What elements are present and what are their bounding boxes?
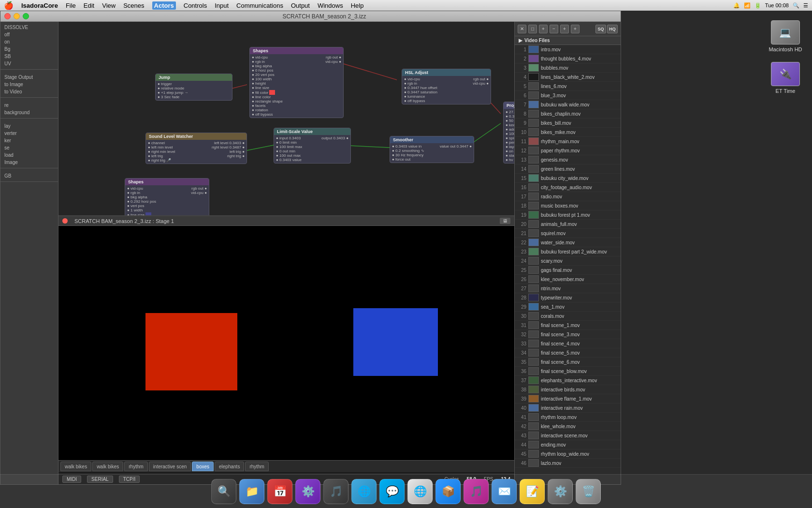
- tab-rhythm[interactable]: rhythm: [124, 462, 148, 471]
- panel-action2-btn[interactable]: +: [571, 25, 580, 33]
- file-item-7[interactable]: 7 bubuku walk wide.mov: [515, 100, 621, 109]
- menu-isadora[interactable]: IsadoraCore: [21, 2, 58, 9]
- file-item-40[interactable]: 40 interactive rain.mov: [515, 403, 621, 413]
- file-item-4[interactable]: 4 lines_black_white_2.mov: [515, 73, 621, 82]
- dock-dropbox[interactable]: 📦: [435, 479, 461, 504]
- dock-finder[interactable]: 🔍: [211, 479, 236, 504]
- file-item-3[interactable]: 3 bubbles.mov: [515, 63, 621, 73]
- macintosh-hd-drive[interactable]: 💻 Macintosh HD: [768, 20, 802, 52]
- menu-windows[interactable]: Windows: [318, 2, 343, 9]
- dock-folder[interactable]: 📁: [239, 479, 264, 504]
- file-item-32[interactable]: 32 final scene_3.mov: [515, 330, 621, 339]
- sidebar-image[interactable]: Image: [0, 159, 58, 166]
- file-item-29[interactable]: 29 sea_1.mov: [515, 302, 621, 312]
- panel-close-btn[interactable]: ✕: [518, 25, 526, 33]
- panel-add-btn[interactable]: +: [539, 25, 548, 33]
- file-item-31[interactable]: 31 final scene_1.mov: [515, 321, 621, 330]
- file-item-14[interactable]: 14 green lines.mov: [515, 164, 621, 174]
- panel-action1-btn[interactable]: +: [560, 25, 569, 33]
- file-item-43[interactable]: 43 interactive scene.mov: [515, 431, 621, 440]
- file-item-37[interactable]: 37 elephants_interactive.mov: [515, 376, 621, 385]
- dock-chrome[interactable]: 🌐: [407, 479, 433, 504]
- dock-notes[interactable]: 📝: [520, 479, 545, 504]
- sidebar-to-video[interactable]: to Video: [0, 88, 58, 95]
- node-hsl[interactable]: HSL Adjust ● vid-cpurgb out ● ● rgb invi…: [402, 69, 491, 105]
- menu-communications[interactable]: Communications: [236, 2, 283, 9]
- file-item-28[interactable]: 28 typewriter.mov: [515, 293, 621, 302]
- file-item-42[interactable]: 42 klee_whole.mov: [515, 422, 621, 431]
- sidebar-gb[interactable]: GB: [0, 172, 58, 179]
- file-item-24[interactable]: 24 scary.mov: [515, 256, 621, 266]
- minimize-button[interactable]: [14, 13, 20, 19]
- menu-controls[interactable]: Controls: [184, 2, 207, 9]
- file-item-44[interactable]: 44 ending.mov: [515, 440, 621, 449]
- sidebar-load[interactable]: load: [0, 151, 58, 159]
- dock-mail[interactable]: ✉️: [492, 479, 517, 504]
- file-item-26[interactable]: 26 klee_november.mov: [515, 275, 621, 284]
- menu-file[interactable]: File: [66, 2, 76, 9]
- file-item-8[interactable]: 8 bikes_chaplin.mov: [515, 109, 621, 119]
- node-smoother[interactable]: Smoother ● 0.3403 value invalue out 0.34…: [390, 136, 474, 163]
- sidebar-on[interactable]: on: [0, 38, 58, 45]
- sidebar-bg[interactable]: Bg: [0, 45, 58, 53]
- dock-skype[interactable]: 💬: [379, 479, 405, 504]
- file-item-17[interactable]: 17 radio.mov: [515, 192, 621, 201]
- hq-button[interactable]: HQ: [607, 25, 618, 33]
- file-item-27[interactable]: 27 ntrin.mov: [515, 284, 621, 293]
- menu-actors[interactable]: Actors: [152, 1, 176, 10]
- stage-close-btn[interactable]: [62, 218, 68, 224]
- sidebar-dissolve[interactable]: DISSOLVE: [0, 24, 58, 31]
- node-limit-scale[interactable]: Limit-Scale Value ● input 0.3403output 0…: [274, 128, 351, 164]
- file-item-34[interactable]: 34 final scene_5.mov: [515, 348, 621, 358]
- node-sound-watcher[interactable]: Sound Level Watcher ● channelleft level …: [145, 133, 247, 164]
- panel-minus-btn[interactable]: −: [550, 25, 558, 33]
- sidebar-layer[interactable]: lay: [0, 122, 58, 130]
- sidebar-off[interactable]: off: [0, 31, 58, 38]
- file-item-22[interactable]: 22 water_side.mov: [515, 238, 621, 247]
- file-item-25[interactable]: 25 gags final.mov: [515, 266, 621, 275]
- sidebar-sb[interactable]: SB: [0, 53, 58, 60]
- tab-elephants[interactable]: elephants: [215, 462, 244, 471]
- sidebar-verter[interactable]: verter: [0, 130, 58, 137]
- menu-view[interactable]: View: [102, 2, 116, 9]
- file-item-21[interactable]: 21 squirel.mov: [515, 229, 621, 238]
- file-item-35[interactable]: 35 final scene_6.mov: [515, 358, 621, 367]
- tab-rhythm-2[interactable]: rhythm: [245, 462, 269, 471]
- node-shapes-1[interactable]: Shapes ● vid-cpurgb out ● ● rgb invid-cp…: [249, 47, 344, 118]
- sidebar-to-image[interactable]: to Image: [0, 81, 58, 88]
- file-item-38[interactable]: 38 interactive birds.mov: [515, 385, 621, 394]
- tab-walk-bikes-2[interactable]: walk bikes: [92, 462, 123, 471]
- file-item-1[interactable]: 1 intro.mov: [515, 45, 621, 54]
- et-time-drive[interactable]: 🔌 ET Time: [771, 62, 800, 94]
- dock-trash[interactable]: 🗑️: [576, 479, 601, 504]
- sidebar-se[interactable]: se: [0, 144, 58, 151]
- dock-itunes2[interactable]: 🎵: [464, 479, 489, 504]
- file-item-11[interactable]: 11 rhythm_main.mov: [515, 137, 621, 146]
- maximize-button[interactable]: [23, 13, 29, 19]
- file-item-46[interactable]: 46 lazlo.mov: [515, 459, 621, 468]
- file-item-41[interactable]: 41 rhythm loop.mov: [515, 413, 621, 422]
- file-item-13[interactable]: 13 genesis.mov: [515, 155, 621, 164]
- node-shapes-2[interactable]: Shapes ● vid-cpurgb out ● ● rgb invid-cp…: [125, 178, 209, 219]
- tab-walk-bikes-1[interactable]: walk bikes: [60, 462, 91, 471]
- menu-scenes[interactable]: Scenes: [123, 2, 144, 9]
- file-item-30[interactable]: 30 corals.mov: [515, 312, 621, 321]
- dock-itunes[interactable]: 🎵: [323, 479, 348, 504]
- tab-boxes[interactable]: boxes: [192, 462, 214, 471]
- node-projector[interactable]: Projector ● 27.4 video in ● 0.3447 vert …: [503, 102, 514, 164]
- close-button[interactable]: [4, 13, 11, 19]
- file-item-36[interactable]: 36 final scene_blow.mov: [515, 367, 621, 376]
- menu-edit[interactable]: Edit: [84, 2, 94, 9]
- file-item-6[interactable]: 6 blue_3.mov: [515, 91, 621, 100]
- dock-safari[interactable]: 🌐: [351, 479, 377, 504]
- sidebar-stage-output[interactable]: Stage Output: [0, 74, 58, 81]
- dock-isadora[interactable]: ⚙️: [295, 479, 320, 504]
- dock-calendar[interactable]: 📅: [267, 479, 292, 504]
- file-item-45[interactable]: 45 rhythm loop_wide.mov: [515, 449, 621, 459]
- file-item-39[interactable]: 39 interactive flame_1.mov: [515, 394, 621, 403]
- sidebar-background[interactable]: background: [0, 109, 58, 116]
- file-item-18[interactable]: 18 music boxes.mov: [515, 201, 621, 210]
- file-item-20[interactable]: 20 animals_full.mov: [515, 220, 621, 229]
- node-graph[interactable]: Shapes ● vid-cpurgb out ● ● rgb invid-cp…: [58, 22, 514, 215]
- file-item-10[interactable]: 10 bikes_mike.mov: [515, 128, 621, 137]
